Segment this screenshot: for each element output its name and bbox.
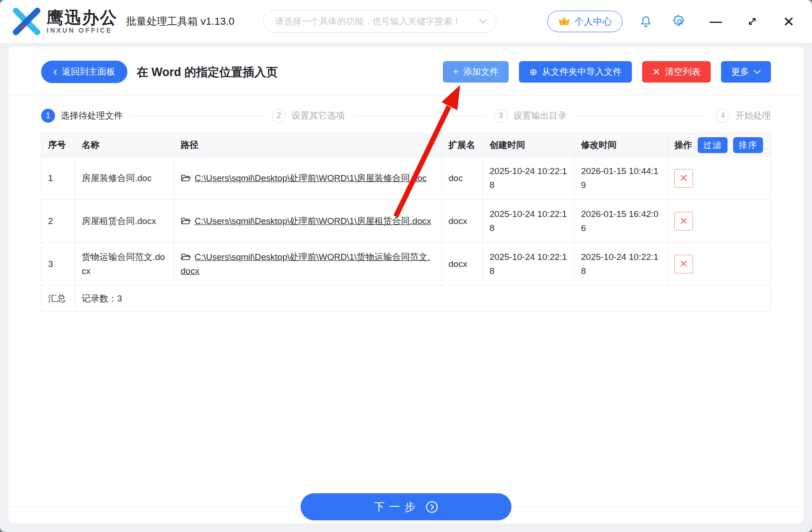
- crown-icon: [558, 16, 570, 27]
- maximize-button[interactable]: [742, 11, 763, 32]
- col-index: 序号: [42, 133, 75, 157]
- import-from-folder-button[interactable]: ⊕ 从文件夹中导入文件: [519, 61, 632, 83]
- file-path-link[interactable]: C:\Users\sqmil\Desktop\处理前\WORD\1\货物运输合同…: [181, 252, 430, 276]
- topbar-right: 个人中心 —: [547, 11, 799, 32]
- cell-index: 2: [42, 200, 75, 243]
- delete-row-button[interactable]: ✕: [674, 212, 693, 231]
- summary-value: 记录数：3: [75, 286, 771, 312]
- cell-created: 2025-10-24 10:22:18: [483, 200, 574, 243]
- circle-arrow-right-icon: [426, 501, 438, 513]
- add-files-button[interactable]: + 添加文件: [443, 61, 509, 83]
- step-3: 3 设置输出目录: [494, 109, 567, 123]
- brand: 鹰迅办公 INXUN OFFICE 批量处理工具箱 v1.13.0: [11, 6, 234, 37]
- folder-icon: [181, 217, 191, 225]
- step-2: 2 设置其它选项: [272, 109, 345, 123]
- filter-button[interactable]: 过滤: [698, 137, 728, 153]
- table-row: 3 货物运输合同范文.docx C:\Users\sqmil\Desktop\处…: [42, 243, 771, 286]
- chevron-down-icon: [754, 70, 761, 74]
- col-modified: 修改时间: [574, 133, 668, 157]
- settings-gear-button[interactable]: [669, 11, 690, 32]
- page-title: 在 Word 的指定位置插入页: [137, 64, 278, 80]
- folder-icon: [181, 174, 191, 182]
- clear-list-button[interactable]: ✕ 清空列表: [642, 61, 711, 83]
- col-ext: 扩展名: [442, 133, 483, 157]
- cell-path: C:\Users\sqmil\Desktop\处理前\WORD\1\房屋租赁合同…: [174, 200, 442, 243]
- page-toolbar: ‹ 返回到主面板 在 Word 的指定位置插入页 + 添加文件 ⊕ 从文件夹中导…: [8, 61, 804, 83]
- gear-icon: [673, 15, 686, 28]
- chevron-left-icon: ‹: [53, 65, 57, 77]
- file-path-link[interactable]: C:\Users\sqmil\Desktop\处理前\WORD\1\房屋装修合同…: [195, 173, 427, 183]
- step-1: 1 选择待处理文件: [41, 109, 123, 123]
- sort-button[interactable]: 排序: [733, 137, 763, 153]
- cell-path: C:\Users\sqmil\Desktop\处理前\WORD\1\房屋装修合同…: [174, 157, 442, 200]
- file-table: 序号 名称 路径 扩展名 创建时间 修改时间 操作 过滤 排序: [41, 133, 771, 312]
- cell-ops: ✕: [668, 157, 771, 200]
- topbar: 鹰迅办公 INXUN OFFICE 批量处理工具箱 v1.13.0 请选择一个具…: [0, 0, 812, 43]
- col-name: 名称: [75, 133, 174, 157]
- delete-row-button[interactable]: ✕: [674, 169, 693, 188]
- card-footer: 下一步: [8, 506, 804, 524]
- divider: [8, 95, 804, 96]
- minimize-button[interactable]: —: [706, 11, 726, 32]
- cell-path: C:\Users\sqmil\Desktop\处理前\WORD\1\货物运输合同…: [174, 243, 442, 286]
- cell-ext: doc: [442, 157, 483, 200]
- close-button[interactable]: ✕: [778, 11, 799, 32]
- cell-created: 2025-10-24 10:22:18: [483, 243, 574, 286]
- cell-index: 1: [42, 157, 75, 200]
- col-path: 路径: [174, 133, 442, 157]
- cell-ext: docx: [442, 200, 483, 243]
- step-4: 4 开始处理: [716, 109, 771, 123]
- main-card: ‹ 返回到主面板 在 Word 的指定位置插入页 + 添加文件 ⊕ 从文件夹中导…: [8, 47, 804, 524]
- main-content: ‹ 返回到主面板 在 Word 的指定位置插入页 + 添加文件 ⊕ 从文件夹中导…: [0, 43, 812, 532]
- back-button-label: 返回到主面板: [62, 66, 115, 78]
- app-name-en: INXUN OFFICE: [47, 27, 118, 34]
- personal-center-button[interactable]: 个人中心: [547, 11, 623, 32]
- close-icon: ✕: [652, 67, 660, 77]
- app-logo-icon: [11, 6, 42, 37]
- app-window: 鹰迅办公 INXUN OFFICE 批量处理工具箱 v1.13.0 请选择一个具…: [0, 0, 812, 532]
- folder-icon: [181, 252, 191, 261]
- cell-modified: 2026-01-15 10:44:19: [574, 157, 668, 200]
- cell-created: 2025-10-24 10:22:18: [483, 157, 574, 200]
- cell-name: 房屋装修合同.doc: [75, 157, 174, 200]
- plus-icon: +: [453, 67, 459, 77]
- toolbox-title: 批量处理工具箱 v1.13.0: [126, 14, 234, 28]
- cell-name: 房屋租赁合同.docx: [75, 200, 174, 243]
- personal-center-label: 个人中心: [574, 15, 612, 28]
- table-row: 2 房屋租赁合同.docx C:\Users\sqmil\Desktop\处理前…: [42, 200, 771, 243]
- more-button[interactable]: 更多: [721, 61, 771, 83]
- cell-modified: 2025-10-24 10:22:18: [574, 243, 668, 286]
- maximize-icon: [746, 15, 758, 28]
- cell-ops: ✕: [668, 200, 771, 243]
- function-search-select[interactable]: 请选择一个具体的功能，也可输入关键字搜索！: [263, 10, 497, 33]
- chevron-down-icon: [479, 19, 487, 24]
- step-indicator: 1 选择待处理文件 2 设置其它选项 3 设置输出目录 4 开始处理: [8, 109, 804, 123]
- summary-label: 汇总: [42, 286, 75, 312]
- notification-bell-button[interactable]: [636, 11, 656, 32]
- delete-row-button[interactable]: ✕: [674, 255, 693, 273]
- cell-name: 货物运输合同范文.docx: [75, 243, 174, 286]
- col-created: 创建时间: [483, 133, 574, 157]
- search-placeholder: 请选择一个具体的功能，也可输入关键字搜索！: [275, 15, 479, 28]
- cell-index: 3: [42, 243, 75, 286]
- summary-row: 汇总 记录数：3: [42, 286, 771, 312]
- bell-icon: [639, 15, 652, 28]
- back-to-dashboard-button[interactable]: ‹ 返回到主面板: [41, 61, 127, 83]
- table-header-row: 序号 名称 路径 扩展名 创建时间 修改时间 操作 过滤 排序: [42, 133, 771, 157]
- app-name: 鹰迅办公: [47, 9, 118, 27]
- file-path-link[interactable]: C:\Users\sqmil\Desktop\处理前\WORD\1\房屋租赁合同…: [195, 216, 431, 226]
- circle-plus-icon: ⊕: [529, 67, 537, 77]
- cell-modified: 2026-01-15 16:42:06: [574, 200, 668, 243]
- cell-ext: docx: [442, 243, 483, 286]
- next-step-button[interactable]: 下一步: [301, 493, 511, 520]
- col-ops: 操作 过滤 排序: [668, 133, 771, 157]
- table-row: 1 房屋装修合同.doc C:\Users\sqmil\Desktop\处理前\…: [42, 157, 771, 200]
- cell-ops: ✕: [668, 243, 771, 286]
